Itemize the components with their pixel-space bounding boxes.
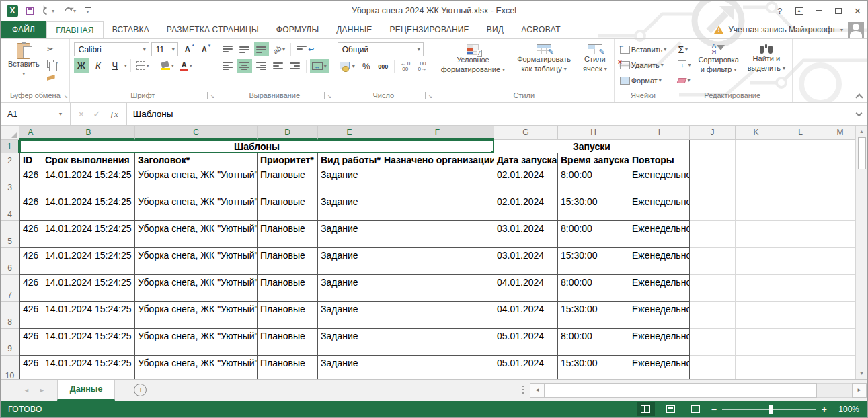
column-header-J[interactable]: J	[690, 126, 736, 140]
cell-G5[interactable]: 03.01.2024	[494, 221, 558, 248]
cell-H3[interactable]: 8:00:00	[558, 167, 629, 194]
cell-styles-button[interactable]: ✎ Стили ячеек▾	[580, 44, 610, 74]
tab-вставка[interactable]: ВСТАВКА	[104, 21, 158, 38]
file-tab[interactable]: ФАЙЛ	[1, 21, 46, 38]
cell-G3[interactable]: 02.01.2024	[494, 167, 558, 194]
cell-F7[interactable]	[381, 275, 494, 302]
cut-button[interactable]: ✂	[46, 42, 59, 56]
cell-H7[interactable]: 8:00:00	[558, 275, 629, 302]
cell-B7[interactable]: 14.01.2024 15:24:25	[42, 275, 135, 302]
cell-J6[interactable]	[690, 248, 736, 275]
cell-B2[interactable]: Срок выполнения	[42, 153, 135, 167]
fill-button[interactable]: ↓▾	[676, 58, 692, 72]
normal-view-button[interactable]	[637, 402, 655, 416]
cell-H9[interactable]: 8:00:00	[558, 329, 629, 356]
cell-L4[interactable]	[777, 194, 824, 221]
cell-C7[interactable]: Уборка снега, ЖК "Уютный"	[135, 275, 258, 302]
format-as-table-button[interactable]: ✎ Форматировать как таблицу▾	[514, 44, 574, 74]
row-header-4[interactable]: 4	[1, 194, 19, 221]
cell-H6[interactable]: 15:30:00	[558, 248, 629, 275]
ribbon-display-options-button[interactable]: ▲	[789, 3, 809, 19]
cell-F10[interactable]	[381, 356, 494, 379]
cell-G7[interactable]: 04.01.2024	[494, 275, 558, 302]
formula-input[interactable]: Шаблоны	[127, 103, 850, 125]
cell-E3[interactable]: Задание	[318, 167, 381, 194]
cell-F4[interactable]	[381, 194, 494, 221]
cell-J1[interactable]	[690, 140, 736, 153]
cancel-icon[interactable]: ×	[79, 109, 84, 119]
scroll-up-icon[interactable]: ▲	[856, 126, 867, 137]
cell-D5[interactable]: Плановые	[258, 221, 318, 248]
cell-A3[interactable]: 426	[19, 167, 42, 194]
cell-D4[interactable]: Плановые	[258, 194, 318, 221]
comma-style-button[interactable]: 000	[376, 59, 391, 73]
cell-K10[interactable]	[736, 356, 777, 379]
delete-cells-button[interactable]: Удалить▾	[619, 58, 668, 72]
cell-J7[interactable]	[690, 275, 736, 302]
column-header-E[interactable]: E	[318, 126, 381, 140]
cell-J8[interactable]	[690, 302, 736, 329]
bold-button[interactable]: Ж	[74, 58, 89, 73]
cell-J3[interactable]	[690, 167, 736, 194]
cell-B10[interactable]: 14.01.2024 15:24:25	[42, 356, 135, 379]
cell-E2[interactable]: Вид работы*	[318, 153, 381, 167]
dialog-launcher-icon[interactable]: ↘	[425, 92, 432, 99]
cell-M5[interactable]	[824, 221, 857, 248]
column-header-B[interactable]: B	[42, 126, 135, 140]
cell-K5[interactable]	[736, 221, 777, 248]
cell-E7[interactable]: Задание	[318, 275, 381, 302]
zoom-out-button[interactable]: −	[711, 404, 717, 415]
cell-E5[interactable]: Задание	[318, 221, 381, 248]
sheet-tab-data[interactable]: Данные	[57, 380, 116, 401]
cell-J4[interactable]	[690, 194, 736, 221]
cell-K2[interactable]	[736, 153, 777, 167]
align-bottom-button[interactable]	[254, 42, 269, 56]
redo-button[interactable]: ▾	[63, 4, 77, 18]
tab-данные[interactable]: ДАННЫЕ	[327, 21, 381, 38]
cell-A5[interactable]: 426	[19, 221, 42, 248]
font-family-select[interactable]: Calibri▾	[74, 42, 149, 56]
cell-D10[interactable]: Плановые	[258, 356, 318, 379]
cell-L2[interactable]	[777, 153, 824, 167]
align-middle-button[interactable]	[237, 42, 252, 56]
cell-K6[interactable]	[736, 248, 777, 275]
page-layout-view-button[interactable]	[662, 402, 680, 416]
align-center-button[interactable]	[237, 59, 252, 73]
cell-K8[interactable]	[736, 302, 777, 329]
cell-L5[interactable]	[777, 221, 824, 248]
insert-cells-button[interactable]: Вставить▾	[619, 42, 668, 56]
row-header-3[interactable]: 3	[1, 167, 19, 194]
decrease-indent-button[interactable]	[271, 59, 286, 73]
vertical-scrollbar[interactable]: ▲ ▼	[855, 126, 867, 379]
cell-H2[interactable]: Время запуска	[558, 153, 629, 167]
sort-filter-button[interactable]: АЯ Сортировка и фильтр▾	[695, 42, 741, 75]
cell-H5[interactable]: 8:00:00	[558, 221, 629, 248]
cell-M4[interactable]	[824, 194, 857, 221]
cell-K1[interactable]	[736, 140, 777, 153]
zoom-in-button[interactable]: +	[822, 404, 827, 415]
cell-I3[interactable]: Еженедельно	[629, 167, 690, 194]
horizontal-scrollbar[interactable]: ◄ ►	[522, 380, 867, 401]
cell-B6[interactable]: 14.01.2024 15:24:25	[42, 248, 135, 275]
column-header-G[interactable]: G	[494, 126, 558, 140]
insert-function-icon[interactable]: ƒx	[110, 109, 118, 120]
cell-L10[interactable]	[777, 356, 824, 379]
customize-qat-button[interactable]: ▾	[85, 7, 91, 15]
cell-B3[interactable]: 14.01.2024 15:24:25	[42, 167, 135, 194]
cell-K3[interactable]	[736, 167, 777, 194]
cell-C3[interactable]: Уборка снега, ЖК "Уютный"	[135, 167, 258, 194]
vertical-scrollbar-thumb[interactable]	[858, 137, 866, 169]
conditional-formatting-button[interactable]: ≠ Условное форматирование▾	[438, 44, 508, 75]
collapse-ribbon-button[interactable]	[856, 93, 861, 98]
column-header-C[interactable]: C	[135, 126, 258, 140]
cell-G2[interactable]: Дата запуска	[494, 153, 558, 167]
cell-I5[interactable]: Еженедельно	[629, 221, 690, 248]
cell-F8[interactable]	[381, 302, 494, 329]
cell-K9[interactable]	[736, 329, 777, 356]
undo-button[interactable]: ▾	[42, 4, 56, 18]
zoom-level[interactable]: 100%	[834, 405, 859, 414]
cell-H10[interactable]: 15:30:00	[558, 356, 629, 379]
column-header-F[interactable]: F	[381, 126, 494, 140]
dialog-launcher-icon[interactable]: ↘	[207, 92, 214, 99]
cell-I4[interactable]: Еженедельно	[629, 194, 690, 221]
